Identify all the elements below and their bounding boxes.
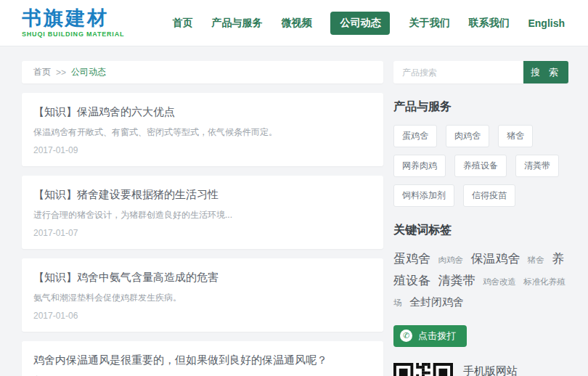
mobile-site-qr-section: 手机版网站 扫描二维码，即可打开书旗建材手机版网站，随时随地浏览、收藏、分享最新… [393, 363, 568, 376]
nav-item-home[interactable]: 首页 [172, 17, 192, 30]
product-tag[interactable]: 清粪带 [515, 155, 559, 177]
products-heading: 产品与服务 [393, 99, 568, 115]
keyword-tag-cloud: 蛋鸡舍 肉鸡舍 保温鸡舍 猪舍 养殖设备 清粪带 鸡舍改造 标准化养殖场 全封闭… [393, 248, 568, 312]
article-card[interactable]: 【知识】猪舍建设要根据猪的生活习性 进行合理的猪舍设计，为猪群创造良好的生活环境… [22, 176, 383, 249]
nav-item-products[interactable]: 产品与服务 [211, 17, 262, 30]
product-tag[interactable]: 蛋鸡舍 [393, 125, 437, 147]
breadcrumb-separator: >> [56, 68, 66, 78]
mobile-site-qr-code [393, 363, 453, 376]
keyword-tag[interactable]: 清粪带 [438, 274, 475, 287]
search-button[interactable]: 搜 索 [523, 61, 568, 83]
search-input[interactable] [393, 61, 523, 83]
logo-subtitle: SHUQI BUILDING MATERIAL [22, 31, 124, 38]
article-title[interactable]: 鸡舍内保温通风是很重要的，但如果做到良好的保温通风呢？ [33, 353, 372, 367]
keywords-heading: 关键词标签 [393, 223, 568, 238]
mobile-site-qr-info: 手机版网站 扫描二维码，即可打开书旗建材手机版网站，随时随地浏览、收藏、分享最新… [463, 363, 568, 376]
keyword-tag[interactable]: 鸡舍改造 [483, 277, 516, 286]
product-tag[interactable]: 网养肉鸡 [393, 155, 446, 177]
product-tags: 蛋鸡舍 肉鸡舍 猪舍 网养肉鸡 养殖设备 清粪带 饲料添加剂 信得疫苗 [393, 125, 568, 207]
keyword-tag[interactable]: 全封闭鸡舍 [409, 295, 464, 308]
page-content: 首页 >> 公司动态 【知识】保温鸡舍的六大优点 保温鸡舍有开敞式、有窗式、密闭… [0, 46, 588, 376]
qr-section-title: 手机版网站 [463, 364, 568, 376]
nav-item-english[interactable]: English [528, 17, 565, 29]
article-title[interactable]: 【知识】猪舍建设要根据猪的生活习性 [33, 188, 372, 202]
click-to-dial-button[interactable]: ✆ 点击拨打 [393, 325, 467, 347]
product-tag[interactable]: 猪舍 [498, 125, 533, 147]
article-title[interactable]: 【知识】保温鸡舍的六大优点 [33, 105, 372, 119]
article-excerpt: 进行合理的猪舍设计，为猪群创造良好的生活环境... [33, 209, 372, 221]
article-card[interactable]: 鸡舍内保温通风是很重要的，但如果做到良好的保温通风呢？ 主要经营鸡舍、鸭舍、羊舍… [22, 341, 383, 376]
breadcrumb-current: 公司动态 [71, 66, 106, 78]
article-date: 2017-01-06 [33, 311, 372, 321]
article-card[interactable]: 【知识】保温鸡舍的六大优点 保温鸡舍有开敞式、有窗式、密闭式等型式，依气候条件而… [22, 93, 383, 166]
keyword-tag[interactable]: 肉鸡舍 [438, 256, 463, 264]
product-search: 搜 索 [393, 61, 568, 83]
article-excerpt: 保温鸡舍有开敞式、有窗式、密闭式等型式，依气候条件而定。 [33, 126, 372, 139]
header: 书旗建材 SHUQI BUILDING MATERIAL 首页 产品与服务 微视… [0, 0, 588, 46]
article-card[interactable]: 【知识】鸡舍中氨气含量高造成的危害 氨气和潮湿垫料会促使鸡群发生疾病。 2017… [22, 258, 383, 332]
keyword-tag[interactable]: 蛋鸡舍 [393, 252, 430, 266]
keyword-tag[interactable]: 保温鸡舍 [470, 252, 520, 266]
article-date: 2017-01-09 [33, 145, 372, 155]
nav-item-videos[interactable]: 微视频 [281, 17, 311, 30]
breadcrumb: 首页 >> 公司动态 [22, 61, 383, 83]
product-tag[interactable]: 养殖设备 [454, 155, 507, 177]
article-date: 2017-01-07 [33, 228, 372, 238]
nav-item-contact[interactable]: 联系我们 [468, 17, 509, 30]
main-nav: 首页 产品与服务 微视频 公司动态 关于我们 联系我们 English [172, 12, 565, 35]
logo-title: 书旗建材 [22, 9, 124, 28]
nav-item-news[interactable]: 公司动态 [330, 12, 390, 35]
product-tag[interactable]: 饲料添加剂 [393, 184, 454, 207]
article-excerpt: 氨气和潮湿垫料会促使鸡群发生疾病。 [33, 292, 372, 304]
article-title[interactable]: 【知识】鸡舍中氨气含量高造成的危害 [33, 271, 372, 285]
nav-item-about[interactable]: 关于我们 [409, 17, 449, 30]
main-column: 首页 >> 公司动态 【知识】保温鸡舍的六大优点 保温鸡舍有开敞式、有窗式、密闭… [22, 61, 383, 376]
phone-icon: ✆ [400, 330, 412, 342]
logo[interactable]: 书旗建材 SHUQI BUILDING MATERIAL [22, 9, 124, 38]
product-tag[interactable]: 肉鸡舍 [446, 125, 489, 147]
sidebar: 搜 索 产品与服务 蛋鸡舍 肉鸡舍 猪舍 网养肉鸡 养殖设备 清粪带 饲料添加剂… [393, 61, 568, 376]
breadcrumb-home-link[interactable]: 首页 [33, 66, 51, 78]
keyword-tag[interactable]: 猪舍 [528, 256, 544, 264]
dial-button-label: 点击拨打 [418, 330, 456, 343]
product-tag[interactable]: 信得疫苗 [463, 184, 515, 207]
